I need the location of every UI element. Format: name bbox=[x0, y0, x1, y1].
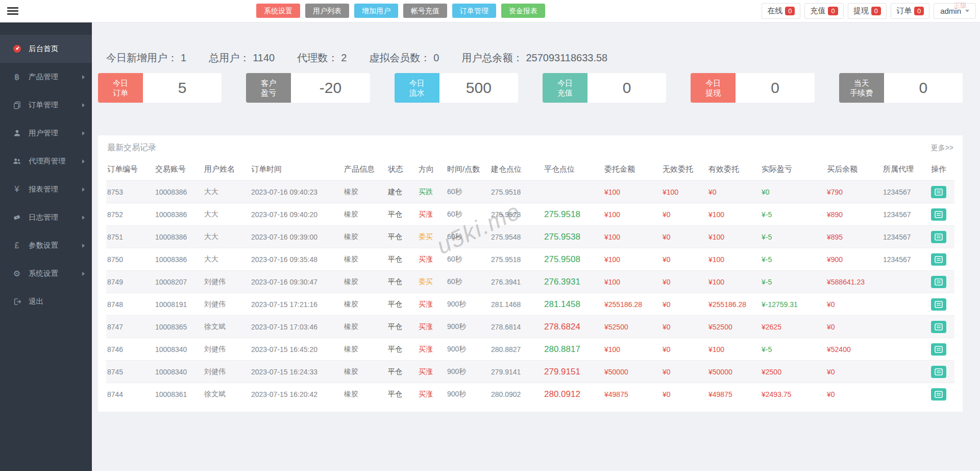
summary-stats: 今日新增用户：1 总用户：1140 代理数：2 虚拟会员数：0 用户总余额：25… bbox=[98, 51, 963, 65]
top-bar: 系统设置 用户列表 增加用户 帐号充值 订单管理 资金报表 在线 0 充值 0 … bbox=[0, 0, 980, 22]
cell-product: 橡胶 bbox=[343, 293, 387, 316]
col-balance: 买后余额 bbox=[826, 158, 882, 181]
table-row: 874610008340刘健伟2023-07-15 16:45:20橡胶平仓买涨… bbox=[106, 338, 954, 361]
sidebar-item-label: 用户管理 bbox=[29, 128, 58, 138]
cell-id: 8749 bbox=[106, 271, 154, 293]
cell-action bbox=[930, 383, 954, 406]
row-detail-button[interactable] bbox=[931, 276, 946, 288]
fund-report-button[interactable]: 资金报表 bbox=[501, 4, 545, 18]
cell-profit: ¥-12759.31 bbox=[761, 293, 826, 316]
cell-profit: ¥0 bbox=[761, 181, 826, 203]
cell-id: 8752 bbox=[106, 203, 154, 226]
sidebar-item-logout[interactable]: 退出 bbox=[0, 288, 92, 316]
sidebar-item-reports[interactable]: ¥ 报表管理 bbox=[0, 175, 92, 203]
cell-amount: ¥100 bbox=[603, 271, 662, 293]
cell-open: 275.9528 bbox=[490, 203, 543, 226]
sidebar-item-parameters[interactable]: £ 参数设置 bbox=[0, 231, 92, 260]
row-detail-button[interactable] bbox=[931, 186, 946, 198]
account-recharge-button[interactable]: 帐号充值 bbox=[403, 4, 447, 18]
sidebar-item-label: 订单管理 bbox=[29, 100, 58, 110]
cell-name: 大大 bbox=[203, 203, 250, 226]
cell-balance: ¥0 bbox=[826, 293, 882, 316]
row-detail-button[interactable] bbox=[931, 298, 946, 311]
cell-agent: 1234567 bbox=[882, 203, 930, 226]
cell-product: 橡胶 bbox=[343, 248, 387, 271]
chevron-right-icon bbox=[82, 216, 85, 220]
chevron-down-icon bbox=[965, 10, 969, 12]
card-label: 今日提现 bbox=[691, 73, 736, 103]
bitcoin-icon: ฿ bbox=[11, 72, 22, 82]
col-order-id: 订单编号 bbox=[106, 158, 154, 181]
card-value: 500 bbox=[439, 73, 518, 103]
cell-action bbox=[930, 181, 954, 203]
row-detail-button[interactable] bbox=[931, 366, 946, 378]
row-detail-button[interactable] bbox=[931, 321, 946, 333]
user-list-button[interactable]: 用户列表 bbox=[305, 4, 349, 18]
menu-toggle-icon[interactable] bbox=[7, 7, 18, 16]
cell-invalid: ¥0 bbox=[662, 383, 707, 406]
cell-time: 2023-07-15 17:03:46 bbox=[250, 316, 343, 338]
sidebar-item-products[interactable]: ฿ 产品管理 bbox=[0, 63, 92, 91]
cell-status: 平仓 bbox=[387, 338, 418, 361]
cell-account: 10008386 bbox=[154, 203, 203, 226]
cell-direction: 买涨 bbox=[418, 383, 446, 406]
chevron-right-icon bbox=[82, 244, 85, 248]
sidebar-item-dashboard[interactable]: 后台首页 bbox=[0, 35, 92, 63]
sidebar-item-system[interactable]: ⚙ 系统设置 bbox=[0, 260, 92, 288]
row-detail-button[interactable] bbox=[931, 253, 946, 266]
cell-period: 900秒 bbox=[446, 316, 490, 338]
withdraw-status[interactable]: 提现 0 bbox=[848, 3, 887, 19]
col-amount: 委托金额 bbox=[603, 158, 662, 181]
cell-profit: ¥-5 bbox=[761, 248, 826, 271]
cell-close: 275.9508 bbox=[543, 248, 603, 271]
col-product: 产品信息 bbox=[343, 158, 387, 181]
cell-invalid: ¥0 bbox=[662, 271, 707, 293]
sidebar-item-users[interactable]: 用户管理 bbox=[0, 119, 92, 147]
add-user-button[interactable]: 增加用户 bbox=[354, 4, 398, 18]
chevron-right-icon bbox=[82, 103, 85, 107]
logout-icon bbox=[11, 298, 22, 305]
system-settings-button[interactable]: 系统设置 bbox=[256, 4, 300, 18]
chevron-right-icon bbox=[82, 272, 85, 276]
col-invalid: 无效委托 bbox=[662, 158, 707, 181]
cell-profit: ¥-5 bbox=[761, 203, 826, 226]
cell-direction: 委买 bbox=[418, 226, 446, 248]
gear-icon: ⚙ bbox=[11, 269, 22, 278]
yen-icon: ¥ bbox=[11, 185, 22, 194]
sidebar: 后台首页 ฿ 产品管理 订单管理 用户管理 代理商管理 ¥ 报表管理 日志管理 bbox=[0, 22, 92, 471]
cell-open: 280.8827 bbox=[490, 338, 543, 361]
stat-total-users: 总用户：1140 bbox=[209, 51, 275, 65]
row-detail-button[interactable] bbox=[931, 208, 946, 221]
card-today-orders: 今日订单 5 bbox=[98, 73, 222, 103]
recharge-status[interactable]: 充值 0 bbox=[804, 3, 843, 19]
sidebar-item-orders[interactable]: 订单管理 bbox=[0, 91, 92, 119]
cell-amount: ¥100 bbox=[603, 248, 662, 271]
sidebar-item-logs[interactable]: 日志管理 bbox=[0, 203, 92, 231]
more-link[interactable]: 更多>> bbox=[931, 144, 953, 153]
sidebar-item-agents[interactable]: 代理商管理 bbox=[0, 147, 92, 175]
user-menu[interactable]: admin bbox=[934, 3, 976, 19]
cell-product: 橡胶 bbox=[343, 338, 387, 361]
cell-action bbox=[930, 338, 954, 361]
cell-action bbox=[930, 293, 954, 316]
cell-account: 10008207 bbox=[154, 271, 203, 293]
order-status[interactable]: 订单 0 bbox=[891, 3, 929, 19]
online-status[interactable]: 在线 0 bbox=[762, 3, 800, 19]
cell-id: 8744 bbox=[106, 383, 154, 406]
table-row: 875210008386大大2023-07-16 09:40:20橡胶平仓买涨6… bbox=[106, 203, 954, 226]
cell-account: 10008340 bbox=[154, 361, 203, 383]
row-detail-button[interactable] bbox=[931, 343, 946, 356]
row-detail-button[interactable] bbox=[931, 388, 946, 401]
cell-action bbox=[930, 203, 954, 226]
cell-id: 8745 bbox=[106, 361, 154, 383]
row-detail-button[interactable] bbox=[931, 231, 946, 243]
cell-invalid: ¥0 bbox=[662, 203, 707, 226]
cell-valid: ¥100 bbox=[707, 226, 761, 248]
cell-id: 8751 bbox=[106, 226, 154, 248]
cell-close: 280.0912 bbox=[543, 383, 603, 406]
username: admin bbox=[940, 7, 961, 15]
cell-product: 橡胶 bbox=[343, 226, 387, 248]
order-manage-button[interactable]: 订单管理 bbox=[452, 4, 496, 18]
cell-balance: ¥588641.23 bbox=[826, 271, 882, 293]
cell-invalid: ¥0 bbox=[662, 316, 707, 338]
